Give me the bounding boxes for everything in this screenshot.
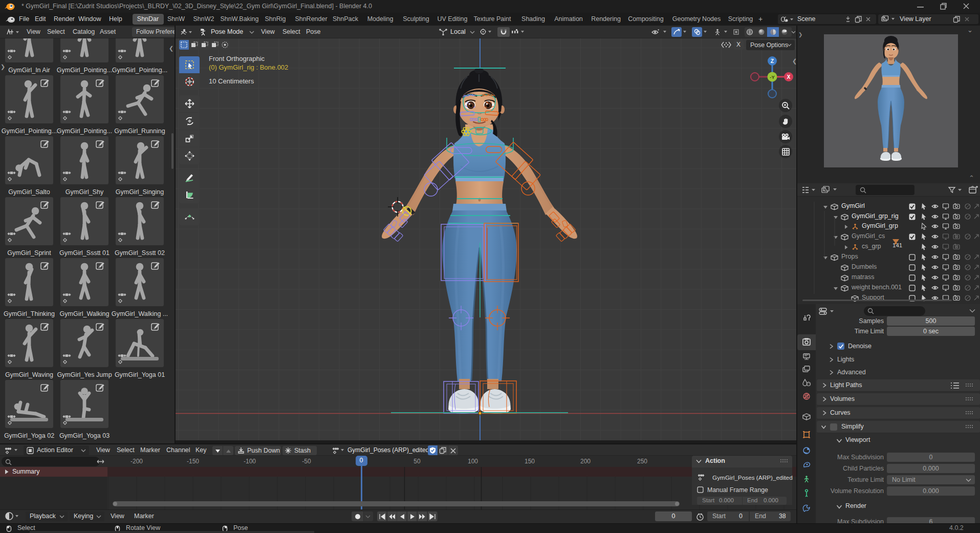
svg-text:-Y: -Y: [770, 74, 775, 80]
svg-text:Z: Z: [771, 58, 774, 64]
svg-text:X: X: [787, 74, 790, 80]
